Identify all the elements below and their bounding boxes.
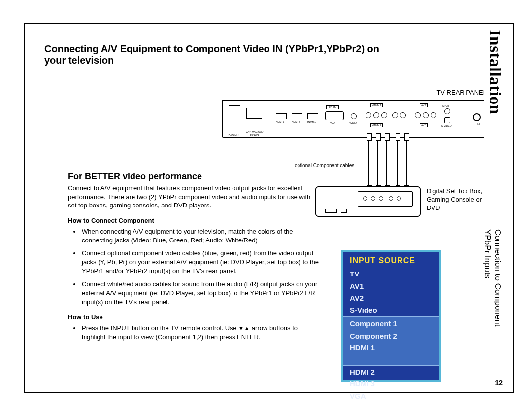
rf-jack-icon xyxy=(473,113,481,121)
osd-highlight-group: Component 1 Component 2 HDMI 1 xyxy=(343,316,439,366)
osd-item-vga: VGA xyxy=(350,390,432,403)
rf-label: RF xyxy=(477,122,481,125)
av2-label: AV 2 xyxy=(420,103,428,107)
hdmi2-port-icon xyxy=(292,113,302,119)
hdmi3-port-icon xyxy=(276,113,287,119)
input-source-menu: INPUT SOURCE TV AV1 AV2 S-Video Componen… xyxy=(341,250,441,382)
device-button2-icon xyxy=(341,209,347,213)
pc-audio-jack-icon xyxy=(351,113,357,119)
osd-item-svideo: S-Video xyxy=(350,305,432,317)
jack-r-icon xyxy=(392,112,398,118)
osd-item-component1: Component 1 xyxy=(350,318,432,330)
ypbpr2-label: YPbPr 2 xyxy=(370,103,383,107)
bullet-4: Press the INPUT button on the TV remote … xyxy=(81,324,319,342)
hdmi1-label: HDMI 1 xyxy=(307,120,316,123)
page-number: 12 xyxy=(495,378,503,387)
side-subheading: Connection to Component YPbPr Inputs xyxy=(482,229,503,327)
use-bullets: Press the INPUT button on the TV remote … xyxy=(68,324,319,342)
ypbpr1-label: YPbPr 1 xyxy=(370,123,383,127)
side-sub-line2: YPbPr Inputs xyxy=(483,229,492,278)
av1-label: AV 1 xyxy=(420,123,428,127)
svideo-label: S-VIDEO xyxy=(441,124,452,127)
hdmi2-label: HDMI 2 xyxy=(292,120,300,123)
hdmi3-label: HDMI 3 xyxy=(276,120,284,123)
jack-pb-icon xyxy=(373,112,379,118)
intro-text: Connect to A/V equipment that features c… xyxy=(68,184,319,210)
av-jack-r-icon xyxy=(423,112,429,118)
jack-l-icon xyxy=(400,112,406,118)
osd-item-component2: Component 2 xyxy=(350,330,432,342)
osd-item-hdmi1: HDMI 1 xyxy=(350,342,432,354)
power-switch-icon xyxy=(229,105,240,122)
jack-y-icon xyxy=(366,112,371,118)
osd-item-tv: TV xyxy=(350,268,432,280)
bullet-1: When connecting A/V equipment to your te… xyxy=(81,227,319,245)
main-heading: Connecting A/V Equipment to Component Vi… xyxy=(44,43,389,66)
ac-inlet-icon xyxy=(246,108,262,119)
av-jack-l-icon xyxy=(431,112,436,118)
sub-heading: For BETTER video performance xyxy=(68,171,319,182)
side-tab: Installation xyxy=(484,27,507,163)
device-tray-icon xyxy=(358,191,413,207)
connect-bullets: When connecting A/V equipment to your te… xyxy=(68,227,319,307)
osd-item-hdmi2: HDMI 2 xyxy=(350,366,432,378)
optional-cables-label: optional Component cables xyxy=(295,163,354,168)
av-jack-v-icon xyxy=(415,112,421,118)
side-tab-title: Installation xyxy=(486,30,504,114)
side-sub-line1: Connection to Component xyxy=(493,229,502,327)
tv-rear-panel-label: TV REAR PANEL xyxy=(436,89,487,96)
ac-label: AC 100V~240V 50/60Hz xyxy=(244,131,265,136)
osd-item-av1: AV1 xyxy=(350,280,432,293)
howto-use-label: How to Use xyxy=(68,313,319,321)
tv-rear-panel: POWER AC 100V~240V 50/60Hz HDMI 3 HDMI 2… xyxy=(222,100,490,138)
spdif-label: SPDIF xyxy=(442,104,450,107)
osd-item-av2: AV2 xyxy=(350,292,432,305)
external-device-label: Digital Set Top Box, Gaming Console or D… xyxy=(427,187,496,212)
device-button-icon xyxy=(325,209,337,213)
jack-pr-icon xyxy=(381,112,387,118)
down-up-arrow-icon: ▼▲ xyxy=(238,324,250,333)
external-device-icon xyxy=(315,186,421,217)
bullet-4-text-a: Press the INPUT button on the TV remote … xyxy=(82,324,238,332)
hdmi1-port-icon xyxy=(307,113,318,119)
bullet-3: Connect white/red audio cables for sound… xyxy=(81,280,319,307)
pc-in-label: PC IN xyxy=(326,105,339,109)
text-column: For BETTER video performance Connect to … xyxy=(68,171,319,346)
vga-label: VGA xyxy=(330,121,335,124)
power-label: POWER xyxy=(228,133,239,136)
osd-title: INPUT SOURCE xyxy=(350,256,432,265)
vga-port-icon xyxy=(325,111,344,120)
osd-item-hdmi3: HDMI 3 xyxy=(350,378,432,390)
svideo-jack-icon xyxy=(444,117,450,123)
spdif-jack-icon xyxy=(444,108,450,114)
page-outer: Connecting A/V Equipment to Component Vi… xyxy=(0,0,532,411)
audio-label: AUDIO xyxy=(349,121,357,124)
component-cables-icon xyxy=(367,136,436,190)
page-inner-frame: Connecting A/V Equipment to Component Vi… xyxy=(24,23,514,393)
howto-connect-label: How to Connect Component xyxy=(68,217,319,224)
bullet-2: Connect optional component video cables … xyxy=(81,249,319,276)
